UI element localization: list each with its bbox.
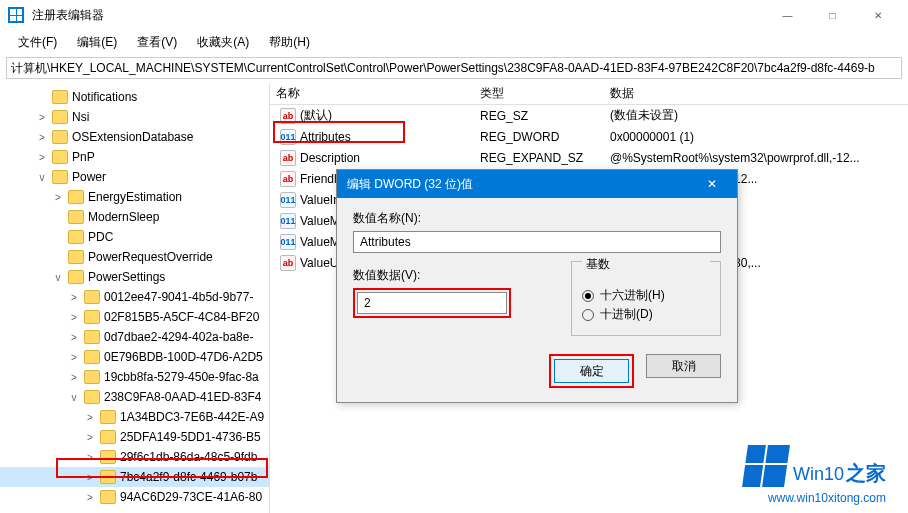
tree-item[interactable]: >19cbb8fa-5279-450e-9fac-8a bbox=[0, 367, 269, 387]
expand-icon[interactable]: > bbox=[68, 372, 80, 383]
radio-hex-input[interactable] bbox=[582, 290, 594, 302]
col-data[interactable]: 数据 bbox=[610, 85, 908, 102]
tree-label: PowerSettings bbox=[88, 270, 165, 284]
expand-icon[interactable]: v bbox=[52, 272, 64, 283]
ok-button[interactable]: 确定 bbox=[554, 359, 629, 383]
menu-file[interactable]: 文件(F) bbox=[8, 32, 67, 53]
value-name: ValueM bbox=[300, 235, 340, 249]
tree-label: 1A34BDC3-7E6B-442E-A9 bbox=[120, 410, 264, 424]
name-label: 数值名称(N): bbox=[353, 210, 721, 227]
close-button[interactable]: ✕ bbox=[855, 0, 900, 30]
folder-icon bbox=[84, 370, 100, 384]
cancel-button[interactable]: 取消 bbox=[646, 354, 721, 378]
folder-icon bbox=[100, 470, 116, 484]
tree-panel[interactable]: Notifications>Nsi>OSExtensionDatabase>Pn… bbox=[0, 83, 270, 513]
address-bar[interactable]: 计算机\HKEY_LOCAL_MACHINE\SYSTEM\CurrentCon… bbox=[6, 57, 902, 79]
tree-item[interactable]: >02F815B5-A5CF-4C84-BF20 bbox=[0, 307, 269, 327]
tree-item[interactable]: >0012ee47-9041-4b5d-9b77- bbox=[0, 287, 269, 307]
tree-label: PnP bbox=[72, 150, 95, 164]
tree-item[interactable]: >0d7dbae2-4294-402a-ba8e- bbox=[0, 327, 269, 347]
radio-dec[interactable]: 十进制(D) bbox=[582, 306, 710, 323]
tree-item[interactable]: Notifications bbox=[0, 87, 269, 107]
folder-icon bbox=[84, 310, 100, 324]
folder-icon bbox=[68, 190, 84, 204]
expand-icon[interactable]: > bbox=[84, 492, 96, 503]
menu-favorites[interactable]: 收藏夹(A) bbox=[187, 32, 259, 53]
list-row[interactable]: 011AttributesREG_DWORD0x00000001 (1) bbox=[270, 126, 908, 147]
folder-icon bbox=[68, 210, 84, 224]
folder-icon bbox=[52, 130, 68, 144]
expand-icon[interactable]: > bbox=[52, 192, 64, 203]
value-data: 0x00000001 (1) bbox=[610, 130, 908, 144]
col-name[interactable]: 名称 bbox=[270, 85, 480, 102]
tree-item[interactable]: vPowerSettings bbox=[0, 267, 269, 287]
folder-icon bbox=[68, 250, 84, 264]
windows-logo-icon bbox=[742, 445, 790, 487]
tree-item[interactable]: >29f6c1db-86da-48c5-9fdb bbox=[0, 447, 269, 467]
edit-dword-dialog: 编辑 DWORD (32 位)值 ✕ 数值名称(N): 数值数据(V): 基数 bbox=[336, 169, 738, 403]
tree-label: 25DFA149-5DD1-4736-B5 bbox=[120, 430, 261, 444]
dword-icon: 011 bbox=[280, 213, 296, 229]
tree-item[interactable]: >1A34BDC3-7E6B-442E-A9 bbox=[0, 407, 269, 427]
list-header: 名称 类型 数据 bbox=[270, 83, 908, 105]
tree-item[interactable]: >25DFA149-5DD1-4736-B5 bbox=[0, 427, 269, 447]
expand-icon[interactable]: > bbox=[84, 472, 96, 483]
tree-item[interactable]: vPower bbox=[0, 167, 269, 187]
value-name: Description bbox=[300, 151, 360, 165]
watermark: Win10之家 www.win10xitong.com bbox=[745, 445, 886, 505]
folder-icon bbox=[100, 450, 116, 464]
expand-icon[interactable]: > bbox=[68, 312, 80, 323]
menu-edit[interactable]: 编辑(E) bbox=[67, 32, 127, 53]
tree-item[interactable]: PowerRequestOverride bbox=[0, 247, 269, 267]
tree-item[interactable]: >94AC6D29-73CE-41A6-80 bbox=[0, 487, 269, 507]
folder-icon bbox=[52, 110, 68, 124]
tree-item[interactable]: >PnP bbox=[0, 147, 269, 167]
name-field[interactable] bbox=[353, 231, 721, 253]
menu-view[interactable]: 查看(V) bbox=[127, 32, 187, 53]
value-name: Attributes bbox=[300, 130, 351, 144]
expand-icon[interactable]: v bbox=[68, 392, 80, 403]
maximize-button[interactable]: □ bbox=[810, 0, 855, 30]
tree-item[interactable]: ModernSleep bbox=[0, 207, 269, 227]
expand-icon[interactable]: > bbox=[84, 412, 96, 423]
folder-icon bbox=[100, 490, 116, 504]
tree-item[interactable]: >7bc4a2f9-d8fc-4469-b07b bbox=[0, 467, 269, 487]
tree-item[interactable]: >OSExtensionDatabase bbox=[0, 127, 269, 147]
col-type[interactable]: 类型 bbox=[480, 85, 610, 102]
value-type: REG_EXPAND_SZ bbox=[480, 151, 610, 165]
expand-icon[interactable]: > bbox=[36, 132, 48, 143]
expand-icon[interactable]: > bbox=[68, 352, 80, 363]
dialog-title: 编辑 DWORD (32 位)值 bbox=[347, 176, 473, 193]
expand-icon[interactable]: > bbox=[36, 112, 48, 123]
data-field[interactable] bbox=[357, 292, 507, 314]
dword-icon: 011 bbox=[280, 192, 296, 208]
tree-item[interactable]: v238C9FA8-0AAD-41ED-83F4 bbox=[0, 387, 269, 407]
list-row[interactable]: abDescriptionREG_EXPAND_SZ@%SystemRoot%\… bbox=[270, 147, 908, 168]
folder-icon bbox=[52, 170, 68, 184]
tree-item[interactable]: >EnergyEstimation bbox=[0, 187, 269, 207]
radio-hex[interactable]: 十六进制(H) bbox=[582, 287, 710, 304]
dialog-close-icon[interactable]: ✕ bbox=[697, 177, 727, 191]
expand-icon[interactable]: > bbox=[84, 452, 96, 463]
watermark-url: www.win10xitong.com bbox=[745, 491, 886, 505]
tree-label: Power bbox=[72, 170, 106, 184]
expand-icon[interactable]: v bbox=[36, 172, 48, 183]
expand-icon[interactable]: > bbox=[68, 332, 80, 343]
expand-icon[interactable]: > bbox=[68, 292, 80, 303]
string-icon: ab bbox=[280, 255, 296, 271]
minimize-button[interactable]: — bbox=[765, 0, 810, 30]
list-row[interactable]: ab(默认)REG_SZ(数值未设置) bbox=[270, 105, 908, 126]
tree-label: 0d7dbae2-4294-402a-ba8e- bbox=[104, 330, 253, 344]
titlebar: 注册表编辑器 — □ ✕ bbox=[0, 0, 908, 30]
radio-dec-input[interactable] bbox=[582, 309, 594, 321]
menu-help[interactable]: 帮助(H) bbox=[259, 32, 320, 53]
expand-icon[interactable]: > bbox=[36, 152, 48, 163]
tree-item[interactable]: >Nsi bbox=[0, 107, 269, 127]
tree-label: OSExtensionDatabase bbox=[72, 130, 193, 144]
expand-icon[interactable]: > bbox=[84, 432, 96, 443]
string-icon: ab bbox=[280, 108, 296, 124]
tree-label: Nsi bbox=[72, 110, 89, 124]
tree-item[interactable]: >0E796BDB-100D-47D6-A2D5 bbox=[0, 347, 269, 367]
value-data: @%SystemRoot%\system32\powrprof.dll,-12.… bbox=[610, 151, 908, 165]
tree-item[interactable]: PDC bbox=[0, 227, 269, 247]
